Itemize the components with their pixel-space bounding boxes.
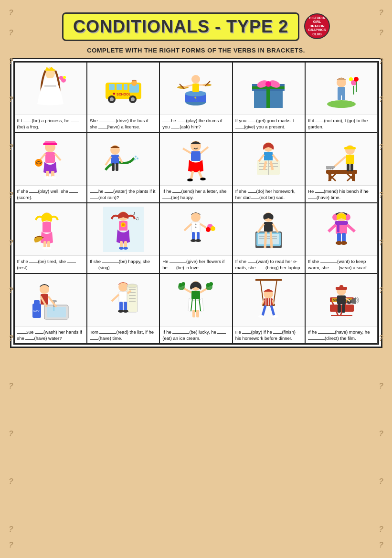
cell-1: If I (be) a princess, he (be) a frog.	[14, 62, 87, 133]
svg-rect-161	[34, 300, 40, 305]
svg-rect-2	[44, 85, 56, 87]
svg-rect-9	[117, 84, 122, 90]
cell-12: ♪ ♫ If she (be)	[87, 203, 159, 274]
svg-point-154	[340, 241, 347, 245]
cell-11-text: If she (be) tired, she (rest).	[15, 256, 86, 273]
cell-3-image	[160, 63, 232, 115]
cell-15-image	[306, 203, 377, 256]
exercise-grid: If I (be) a princess, he (be) a frog. ♥	[10, 58, 382, 348]
svg-point-55	[44, 176, 50, 179]
svg-point-24	[191, 75, 200, 84]
cell-20: DIRECTOR	[305, 274, 378, 344]
cell-19-image	[233, 274, 305, 326]
svg-point-194	[209, 282, 213, 286]
cell-12-image: ♪ ♫	[87, 203, 159, 256]
svg-point-74	[200, 178, 206, 180]
svg-point-131	[195, 239, 201, 242]
cell-5-text: If it (not rain), I (go) to the garden.	[306, 115, 377, 132]
svg-rect-133	[264, 222, 273, 232]
svg-point-4	[59, 76, 63, 80]
svg-rect-25	[192, 84, 199, 92]
cell-3-text: he (play) the drums if you (ask) him?	[160, 115, 232, 132]
svg-rect-226	[338, 304, 341, 313]
cell-16-text: Sue (wash) her hands if she (have) water…	[15, 326, 86, 344]
page-title: CONDITIONALS - TYPE 2	[73, 17, 288, 37]
cell-6: If she (play) well, she (score).	[14, 133, 87, 203]
svg-line-52	[55, 154, 61, 160]
svg-rect-178	[119, 302, 123, 311]
svg-point-117	[119, 247, 124, 250]
svg-line-149	[328, 225, 336, 232]
svg-point-36	[265, 81, 271, 87]
svg-line-72	[199, 171, 202, 179]
svg-rect-97	[346, 155, 354, 164]
svg-rect-156	[47, 307, 66, 317]
cell-13: He (give) her flowers if he(be) in love.	[159, 203, 232, 274]
cell-10: He (mend) his bench if he(have) time.	[305, 133, 378, 203]
svg-rect-147	[335, 221, 348, 225]
svg-line-84	[259, 155, 264, 161]
cell-18: If he (be) lucky, he (eat) an ice cream.	[159, 274, 232, 344]
svg-line-71	[191, 171, 193, 179]
svg-line-139	[258, 224, 264, 232]
svg-point-121	[195, 224, 196, 225]
cell-7-image	[87, 133, 159, 186]
cell-9: If she (do) her homework, her dad(not be…	[233, 133, 305, 203]
svg-rect-96	[344, 147, 356, 149]
cell-14-image	[233, 203, 305, 256]
svg-rect-68	[191, 151, 201, 161]
svg-point-59	[137, 158, 138, 159]
svg-line-197	[260, 280, 264, 304]
svg-point-43	[354, 77, 359, 82]
svg-line-150	[347, 225, 355, 232]
svg-rect-222	[337, 295, 346, 304]
subtitle: COMPLETE WITH THE RIGHT FORMS OF THE VER…	[87, 47, 305, 54]
cell-2: ♥ SCHOOL She (drive) the bus if she (hav…	[87, 62, 159, 133]
cell-17: Tom (read) the list, if he (have) time.	[87, 274, 159, 344]
svg-point-221	[339, 285, 343, 289]
svg-rect-65	[112, 163, 115, 171]
svg-rect-227	[342, 304, 345, 313]
svg-point-56	[50, 176, 56, 179]
svg-point-126	[206, 227, 211, 232]
cell-19-text: He (play) if he (finish) his homework be…	[233, 326, 305, 344]
cell-13-text: He (give) her flowers if he(be) in love.	[160, 256, 232, 273]
svg-rect-195	[192, 310, 195, 317]
svg-text:♥: ♥	[113, 91, 116, 96]
cell-7-text: he (water) the plants if it (not rain)?	[87, 186, 159, 203]
svg-rect-101	[350, 164, 353, 171]
svg-point-118	[123, 247, 128, 250]
svg-line-142	[271, 232, 272, 248]
svg-rect-179	[124, 302, 127, 311]
svg-point-60	[134, 158, 136, 160]
cell-2-text: She (drive) the bus if she (have) a lice…	[87, 115, 159, 132]
cell-20-text: If he (have) money, he (direct) the film…	[306, 326, 377, 344]
svg-point-58	[135, 156, 137, 158]
svg-rect-66	[116, 163, 118, 171]
cell-10-text: He (mend) his bench if he(have) time.	[306, 186, 377, 203]
cell-20-image: DIRECTOR	[306, 274, 377, 326]
cell-9-text: If she (do) her homework, her dad(not be…	[233, 186, 305, 203]
cell-14: If she (want) to read her e-mails, she (…	[233, 203, 305, 274]
cell-8: If he (send) her a letter, she (be) happ…	[159, 133, 232, 203]
svg-line-127	[184, 224, 191, 231]
cell-3: he (play) the drums if you (ask) him?	[159, 62, 232, 133]
svg-rect-40	[338, 94, 341, 100]
cell-12-text: If she (be) happy, she (sing).	[87, 256, 159, 273]
logo: HISTORIAGIRLDRAGONGRAPHICSCLUB	[304, 13, 330, 39]
cell-16-image: SOAP	[15, 274, 86, 326]
svg-line-69	[183, 148, 191, 153]
svg-point-170	[127, 284, 138, 288]
svg-point-211	[272, 315, 278, 318]
svg-rect-183	[191, 291, 200, 299]
cell-15: If she (want) to keep warm, she (wear) a…	[305, 203, 378, 274]
cell-8-text: If he (send) her a letter, she (be) happ…	[160, 186, 232, 203]
svg-point-114	[122, 223, 125, 226]
cell-2-image: ♥ SCHOOL	[87, 63, 159, 115]
cell-10-image	[306, 133, 377, 186]
cell-5: If it (not rain), I (go) to the garden.	[305, 62, 378, 133]
svg-rect-41	[342, 94, 345, 100]
svg-rect-8	[109, 84, 115, 90]
cell-7: he (water) the plants if it (not rain)?	[87, 133, 159, 203]
cell-6-image	[15, 133, 86, 186]
